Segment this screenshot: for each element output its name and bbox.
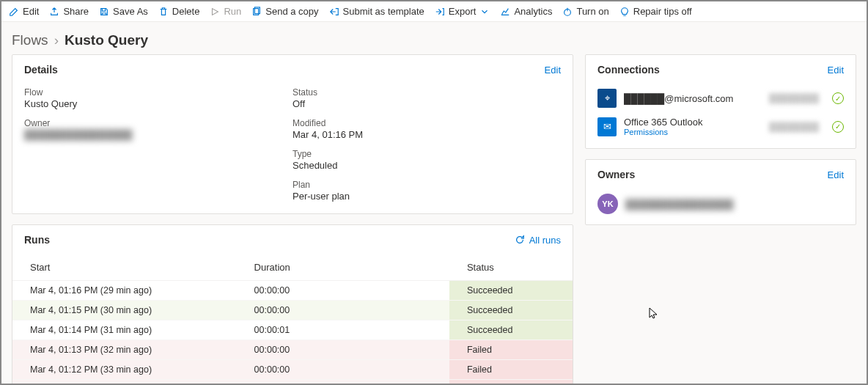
owner-avatar: YK bbox=[597, 194, 618, 214]
repair-tips-button[interactable]: Repair tips off bbox=[619, 6, 692, 17]
breadcrumb-root[interactable]: Flows bbox=[12, 32, 48, 48]
command-bar: Edit Share Save As Delete Run Send a cop… bbox=[1, 1, 867, 22]
export-button[interactable]: Export bbox=[435, 6, 490, 17]
table-row[interactable]: Mar 4, 01:14 PM (31 min ago)00:00:01Succ… bbox=[12, 320, 573, 340]
plan-value: Per-user plan bbox=[293, 191, 561, 202]
type-value: Scheduled bbox=[293, 160, 561, 171]
owners-title: Owners bbox=[597, 169, 635, 180]
run-button: Run bbox=[210, 6, 241, 17]
runs-card: Runs All runs Start Duration Status Mar … bbox=[12, 224, 573, 385]
connection-item[interactable]: ⌖██████@microsoft.com████████✓ bbox=[586, 84, 856, 112]
table-row[interactable]: Mar 4, 01:13 PM (32 min ago)00:00:00Fail… bbox=[12, 340, 573, 360]
run-duration: 00:00:00 bbox=[237, 380, 449, 386]
breadcrumb-current: Kusto Query bbox=[65, 32, 148, 48]
type-label: Type bbox=[293, 149, 561, 159]
analytics-button[interactable]: Analytics bbox=[500, 6, 552, 17]
run-status: Failed bbox=[449, 380, 573, 386]
save-as-button[interactable]: Save As bbox=[99, 6, 148, 17]
chevron-down-icon bbox=[479, 7, 490, 17]
permissions-link[interactable]: Permissions bbox=[624, 128, 762, 136]
connection-item[interactable]: ✉Office 365 OutlookPermissions████████✓ bbox=[586, 112, 856, 141]
details-title: Details bbox=[24, 64, 58, 76]
run-duration: 00:00:00 bbox=[237, 281, 449, 301]
col-duration[interactable]: Duration bbox=[237, 254, 449, 281]
owner-name: ████████████████ bbox=[625, 199, 733, 210]
all-runs-link[interactable]: All runs bbox=[515, 235, 561, 246]
outlook-icon: ✉ bbox=[597, 117, 617, 136]
run-start: Mar 4, 01:13 PM (32 min ago) bbox=[12, 340, 237, 360]
table-row[interactable]: Mar 4, 01:16 PM (29 min ago)00:00:00Succ… bbox=[12, 281, 573, 301]
edit-button[interactable]: Edit bbox=[9, 6, 39, 17]
owner-value: ████████████████ bbox=[24, 129, 132, 140]
refresh-icon bbox=[515, 235, 525, 245]
turn-on-button[interactable]: Turn on bbox=[562, 6, 608, 17]
check-icon: ✓ bbox=[832, 92, 844, 104]
run-duration: 00:00:00 bbox=[237, 360, 449, 380]
modified-value: Mar 4, 01:16 PM bbox=[293, 129, 561, 140]
run-duration: 00:00:01 bbox=[237, 320, 449, 340]
status-value: Off bbox=[293, 98, 561, 109]
modified-label: Modified bbox=[293, 118, 561, 128]
flow-value: Kusto Query bbox=[24, 98, 293, 109]
run-status: Failed bbox=[449, 340, 573, 360]
kusto-icon: ⌖ bbox=[597, 89, 617, 108]
breadcrumb: Flows › Kusto Query bbox=[1, 22, 867, 54]
connection-name: Office 365 Outlook bbox=[624, 117, 762, 128]
owners-edit-link[interactable]: Edit bbox=[828, 169, 844, 180]
check-icon: ✓ bbox=[832, 121, 844, 133]
delete-button[interactable]: Delete bbox=[158, 6, 200, 17]
flow-label: Flow bbox=[24, 87, 293, 98]
connection-account: ████████ bbox=[769, 122, 819, 132]
col-start[interactable]: Start bbox=[12, 254, 237, 281]
table-row[interactable]: Mar 4, 01:11 PM (33 min ago)00:00:00Fail… bbox=[12, 380, 573, 386]
connections-edit-link[interactable]: Edit bbox=[828, 65, 844, 76]
status-label: Status bbox=[293, 87, 561, 98]
run-start: Mar 4, 01:15 PM (30 min ago) bbox=[12, 301, 237, 320]
connections-title: Connections bbox=[597, 64, 660, 76]
run-status: Succeeded bbox=[449, 320, 573, 340]
run-duration: 00:00:00 bbox=[237, 301, 449, 320]
connections-card: Connections Edit ⌖██████@microsoft.com██… bbox=[585, 54, 856, 149]
plan-label: Plan bbox=[293, 180, 561, 190]
owner-label: Owner bbox=[24, 118, 293, 128]
run-status: Succeeded bbox=[449, 281, 573, 301]
table-row[interactable]: Mar 4, 01:12 PM (33 min ago)00:00:00Fail… bbox=[12, 360, 573, 380]
connection-account: ████████ bbox=[769, 93, 819, 103]
details-edit-link[interactable]: Edit bbox=[545, 65, 561, 76]
send-copy-button[interactable]: Send a copy bbox=[251, 6, 318, 17]
chevron-right-icon: › bbox=[54, 32, 59, 48]
share-button[interactable]: Share bbox=[49, 6, 89, 17]
submit-template-button[interactable]: Submit as template bbox=[329, 6, 424, 17]
run-start: Mar 4, 01:14 PM (31 min ago) bbox=[12, 320, 237, 340]
connection-name: ██████@microsoft.com bbox=[624, 93, 762, 104]
run-status: Succeeded bbox=[449, 301, 573, 320]
run-start: Mar 4, 01:12 PM (33 min ago) bbox=[12, 360, 237, 380]
run-duration: 00:00:00 bbox=[237, 340, 449, 360]
run-start: Mar 4, 01:16 PM (29 min ago) bbox=[12, 281, 237, 301]
runs-table: Start Duration Status Mar 4, 01:16 PM (2… bbox=[12, 254, 573, 385]
run-status: Failed bbox=[449, 360, 573, 380]
runs-title: Runs bbox=[24, 234, 50, 246]
run-start: Mar 4, 01:11 PM (33 min ago) bbox=[12, 380, 237, 386]
owners-card: Owners Edit YK ████████████████ bbox=[585, 159, 856, 225]
col-status[interactable]: Status bbox=[449, 254, 573, 281]
table-row[interactable]: Mar 4, 01:15 PM (30 min ago)00:00:00Succ… bbox=[12, 301, 573, 320]
details-card: Details Edit Flow Kusto Query Owner ████… bbox=[12, 54, 573, 214]
